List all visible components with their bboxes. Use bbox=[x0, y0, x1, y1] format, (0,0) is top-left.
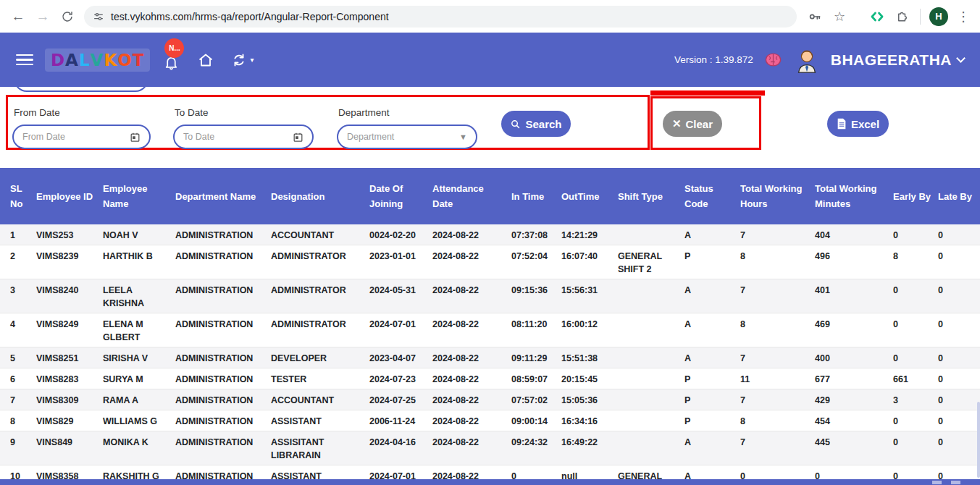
browser-actions: ☆ H ⋮ bbox=[804, 6, 974, 28]
table-cell: ACCOUNTANT bbox=[271, 224, 369, 245]
filter-section: From Date To Date Department ▼ bbox=[0, 87, 980, 168]
to-date-input[interactable] bbox=[173, 125, 314, 149]
scrollbar-thumb[interactable] bbox=[977, 402, 980, 478]
back-icon[interactable]: ← bbox=[6, 4, 30, 29]
table-cell: VINS849 bbox=[36, 431, 103, 465]
table-cell: 496 bbox=[815, 245, 893, 279]
calendar-icon[interactable] bbox=[130, 132, 141, 143]
browser-profile-avatar[interactable]: H bbox=[928, 6, 950, 28]
table-cell: 09:24:32 bbox=[511, 431, 561, 465]
url-bar[interactable]: test.vykohms.com/hrms-qa/report/Angular-… bbox=[84, 6, 797, 28]
version-label: Version : 1.39.872 bbox=[674, 54, 753, 65]
home-icon[interactable] bbox=[197, 51, 214, 69]
table-cell: ADMINISTRATION bbox=[175, 245, 271, 279]
table-cell: WILLIAMS G bbox=[103, 410, 175, 431]
table-cell: 0 bbox=[938, 431, 980, 465]
clear-button[interactable]: ✕ Clear bbox=[663, 111, 722, 137]
table-row: 1VIMS253NOAH VADMINISTRATIONACCOUNTANT00… bbox=[0, 224, 980, 245]
bookmark-star-icon[interactable]: ☆ bbox=[829, 6, 850, 28]
table-row: 4VIMS8249ELENA M GLBERTADMINISTRATIONADM… bbox=[0, 313, 980, 347]
sync-caret-icon: ▾ bbox=[250, 56, 254, 64]
table-cell: 3 bbox=[893, 389, 938, 410]
table-cell: 2024-08-22 bbox=[432, 245, 511, 279]
brain-icon[interactable] bbox=[763, 50, 783, 69]
column-header: Attendance Date bbox=[432, 168, 511, 224]
table-cell: 14:21:29 bbox=[561, 224, 618, 245]
table-cell: DEVELOPER bbox=[271, 347, 369, 368]
table-cell: 2 bbox=[0, 245, 36, 279]
table-cell: 2024-08-22 bbox=[432, 431, 511, 465]
username-menu[interactable]: BHAGEERATHA bbox=[831, 51, 964, 69]
table-cell: 0 bbox=[893, 431, 938, 465]
username-label: BHAGEERATHA bbox=[831, 51, 952, 69]
table-cell: 08:59:07 bbox=[511, 368, 561, 389]
column-header: Late By bbox=[938, 168, 980, 224]
from-date-input[interactable] bbox=[12, 125, 151, 149]
table-cell bbox=[618, 368, 684, 389]
to-date-label: To Date bbox=[175, 107, 209, 118]
browser-menu-icon[interactable]: ⋮ bbox=[952, 6, 974, 28]
table-cell: 11 bbox=[740, 368, 815, 389]
table-cell: 0 bbox=[893, 279, 938, 313]
sync-icon[interactable]: ▾ bbox=[230, 51, 254, 69]
table-cell: 16:34:16 bbox=[561, 410, 618, 431]
department-select[interactable]: ▼ bbox=[337, 125, 477, 149]
dropdown-caret-icon[interactable]: ▼ bbox=[459, 132, 467, 141]
table-cell: 454 bbox=[815, 410, 893, 431]
table-cell: VIMS8240 bbox=[36, 279, 103, 313]
notifications-bell[interactable]: N... bbox=[163, 54, 180, 71]
table-cell: 07:52:04 bbox=[511, 245, 561, 279]
calendar-icon[interactable] bbox=[293, 132, 303, 143]
table-cell: 2024-08-22 bbox=[432, 347, 511, 368]
logo-letter: L bbox=[79, 51, 91, 69]
table-cell: 400 bbox=[815, 347, 893, 368]
footer-bar bbox=[0, 479, 980, 485]
logo-letter: O bbox=[117, 51, 133, 69]
table-cell: ADMINISTRATOR bbox=[271, 279, 369, 313]
table-cell: 7 bbox=[740, 431, 815, 465]
pagination-indicator[interactable] bbox=[951, 481, 960, 484]
logo-letter: K bbox=[104, 51, 117, 69]
table-cell: 1 bbox=[0, 224, 36, 245]
table-cell: LEELA KRISHNA bbox=[103, 279, 175, 313]
table-cell bbox=[618, 410, 684, 431]
dalvkot-logo[interactable]: DALVKOT bbox=[45, 48, 150, 72]
table-cell: A bbox=[684, 431, 740, 465]
table-cell: 15:05:36 bbox=[561, 389, 618, 410]
table-cell: 0 bbox=[938, 224, 980, 245]
user-avatar[interactable] bbox=[793, 46, 821, 74]
table-cell: 8 bbox=[740, 313, 815, 347]
table-cell: VIMS829 bbox=[36, 410, 103, 431]
dev-extension-icon[interactable] bbox=[866, 6, 888, 28]
hamburger-menu-icon[interactable] bbox=[16, 54, 33, 66]
extensions-puzzle-icon[interactable] bbox=[891, 6, 913, 28]
logo-letter: D bbox=[51, 51, 65, 69]
table-cell: HARTHIK B bbox=[103, 245, 175, 279]
table-cell: 0 bbox=[893, 347, 938, 368]
notification-badge: N... bbox=[164, 38, 184, 58]
table-cell: 3 bbox=[0, 279, 36, 313]
excel-file-icon bbox=[837, 118, 847, 130]
forward-icon[interactable]: → bbox=[30, 4, 55, 29]
table-cell: A bbox=[684, 313, 740, 347]
reload-icon[interactable] bbox=[55, 4, 80, 29]
table-cell: ASSISTANT bbox=[271, 410, 369, 431]
column-header: OutTime bbox=[561, 168, 618, 224]
table-cell: ADMINISTRATION bbox=[175, 313, 271, 347]
password-key-icon[interactable] bbox=[804, 6, 826, 28]
chevron-down-icon bbox=[956, 54, 966, 63]
table-cell: A bbox=[684, 279, 740, 313]
table-cell: SURYA M bbox=[103, 368, 175, 389]
table-cell: ADMINISTRATION bbox=[175, 389, 271, 410]
url-text[interactable]: test.vykohms.com/hrms-qa/report/Angular-… bbox=[111, 11, 389, 22]
site-settings-icon[interactable] bbox=[93, 11, 104, 22]
search-button[interactable]: Search bbox=[501, 111, 571, 137]
table-cell: 2024-07-23 bbox=[369, 368, 432, 389]
table-cell: 0 bbox=[938, 347, 980, 368]
table-cell: ADMINISTRATION bbox=[175, 224, 271, 245]
table-cell: 0 bbox=[938, 389, 980, 410]
pagination-indicator[interactable] bbox=[932, 481, 942, 484]
excel-button[interactable]: Excel bbox=[827, 111, 889, 137]
table-cell: 2024-08-22 bbox=[432, 313, 511, 347]
table-cell: ADMINISTRATION bbox=[175, 368, 271, 389]
